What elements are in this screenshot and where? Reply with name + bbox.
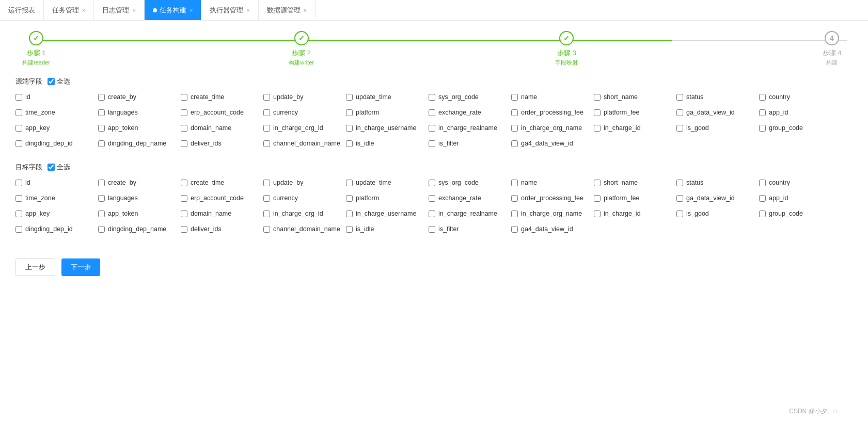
- field-label: in_charge_org_id: [273, 210, 323, 217]
- field-checkbox[interactable]: [594, 109, 601, 116]
- field-checkbox[interactable]: [98, 125, 105, 132]
- field-checkbox[interactable]: [676, 125, 683, 132]
- field-checkbox[interactable]: [15, 94, 22, 101]
- prev-button[interactable]: 上一步: [15, 258, 55, 276]
- next-button[interactable]: 下一步: [61, 258, 100, 276]
- target-select-all-label[interactable]: 全选: [57, 163, 70, 172]
- field-checkbox[interactable]: [676, 180, 683, 186]
- field-checkbox[interactable]: [676, 94, 683, 101]
- bottom-bar: 上一步 下一步: [0, 248, 868, 286]
- field-checkbox[interactable]: [15, 125, 22, 132]
- field-checkbox[interactable]: [759, 211, 766, 217]
- field-checkbox[interactable]: [181, 180, 187, 186]
- field-checkbox[interactable]: [263, 211, 270, 217]
- close-icon[interactable]: ×: [82, 7, 85, 13]
- field-checkbox[interactable]: [181, 109, 187, 116]
- field-checkbox[interactable]: [98, 226, 105, 233]
- field-checkbox[interactable]: [429, 180, 435, 186]
- field-checkbox[interactable]: [181, 125, 187, 132]
- target-select-all-checkbox[interactable]: [48, 164, 55, 171]
- field-checkbox[interactable]: [98, 140, 105, 147]
- field-checkbox[interactable]: [759, 195, 766, 202]
- field-checkbox[interactable]: [15, 180, 22, 186]
- tab-datasource-manage[interactable]: 数据源管理 ×: [259, 0, 315, 20]
- field-checkbox[interactable]: [511, 195, 518, 202]
- field-checkbox[interactable]: [263, 94, 270, 101]
- field-checkbox[interactable]: [15, 140, 22, 147]
- field-checkbox[interactable]: [429, 195, 435, 202]
- close-icon[interactable]: ×: [246, 7, 249, 13]
- field-checkbox[interactable]: [15, 195, 22, 202]
- field-checkbox[interactable]: [263, 125, 270, 132]
- field-checkbox[interactable]: [15, 109, 22, 116]
- field-checkbox[interactable]: [759, 109, 766, 116]
- field-checkbox[interactable]: [429, 211, 435, 217]
- close-icon[interactable]: ×: [190, 7, 193, 13]
- field-checkbox[interactable]: [346, 94, 353, 101]
- list-item: currency: [263, 109, 346, 116]
- field-checkbox[interactable]: [346, 125, 353, 132]
- tab-run-report[interactable]: 运行报表: [0, 0, 44, 20]
- field-checkbox[interactable]: [594, 195, 601, 202]
- field-checkbox[interactable]: [98, 94, 105, 101]
- field-checkbox[interactable]: [594, 94, 601, 101]
- field-checkbox[interactable]: [15, 226, 22, 233]
- field-checkbox[interactable]: [346, 180, 353, 186]
- field-checkbox[interactable]: [181, 94, 187, 101]
- field-checkbox[interactable]: [98, 195, 105, 202]
- field-checkbox[interactable]: [594, 125, 601, 132]
- field-checkbox[interactable]: [263, 109, 270, 116]
- field-checkbox[interactable]: [511, 211, 518, 217]
- field-checkbox[interactable]: [263, 180, 270, 186]
- field-checkbox[interactable]: [676, 211, 683, 217]
- field-checkbox[interactable]: [346, 140, 353, 147]
- field-checkbox[interactable]: [346, 195, 353, 202]
- field-checkbox[interactable]: [511, 109, 518, 116]
- field-checkbox[interactable]: [263, 195, 270, 202]
- source-select-all-checkbox[interactable]: [48, 78, 55, 85]
- field-checkbox[interactable]: [98, 211, 105, 217]
- field-checkbox[interactable]: [594, 211, 601, 217]
- close-icon[interactable]: ×: [132, 7, 135, 13]
- field-checkbox[interactable]: [511, 140, 518, 147]
- list-item: short_name: [594, 93, 676, 101]
- field-checkbox[interactable]: [263, 140, 270, 147]
- field-checkbox[interactable]: [181, 211, 187, 217]
- source-select-all-label[interactable]: 全选: [57, 77, 70, 86]
- close-icon[interactable]: ×: [304, 7, 307, 13]
- field-checkbox[interactable]: [429, 140, 435, 147]
- field-checkbox[interactable]: [594, 180, 601, 186]
- field-checkbox[interactable]: [181, 195, 187, 202]
- field-checkbox[interactable]: [181, 226, 187, 233]
- field-checkbox[interactable]: [429, 94, 435, 101]
- field-checkbox[interactable]: [429, 125, 435, 132]
- field-checkbox[interactable]: [263, 226, 270, 233]
- field-checkbox[interactable]: [759, 180, 766, 186]
- field-checkbox[interactable]: [98, 180, 105, 186]
- field-label: update_by: [273, 179, 303, 186]
- field-checkbox[interactable]: [429, 226, 435, 233]
- field-checkbox[interactable]: [346, 226, 353, 233]
- field-label: app_key: [25, 124, 50, 132]
- tab-log-manage[interactable]: 日志管理 ×: [94, 0, 144, 20]
- field-checkbox[interactable]: [98, 109, 105, 116]
- tab-executor-manage[interactable]: 执行器管理 ×: [201, 0, 258, 20]
- field-checkbox[interactable]: [511, 226, 518, 233]
- list-item: app_key: [15, 210, 98, 217]
- field-label: in_charge_realname: [438, 124, 497, 132]
- field-checkbox[interactable]: [511, 94, 518, 101]
- field-label: channel_domain_name: [273, 225, 340, 233]
- field-checkbox[interactable]: [15, 211, 22, 217]
- field-checkbox[interactable]: [676, 109, 683, 116]
- field-checkbox[interactable]: [511, 180, 518, 186]
- field-checkbox[interactable]: [511, 125, 518, 132]
- field-checkbox[interactable]: [346, 211, 353, 217]
- field-checkbox[interactable]: [181, 140, 187, 147]
- field-checkbox[interactable]: [676, 195, 683, 202]
- field-checkbox[interactable]: [429, 109, 435, 116]
- field-checkbox[interactable]: [759, 94, 766, 101]
- tab-task-manage[interactable]: 任务管理 ×: [44, 0, 94, 20]
- field-checkbox[interactable]: [759, 125, 766, 132]
- tab-task-build[interactable]: 任务构建 ×: [145, 0, 201, 20]
- field-checkbox[interactable]: [346, 109, 353, 116]
